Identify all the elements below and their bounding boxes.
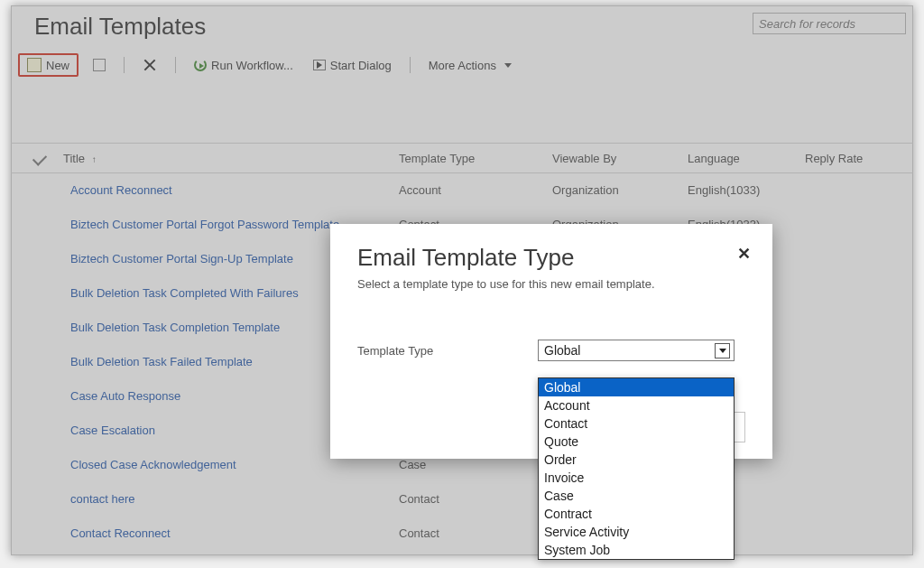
toolbar: New Run Workflow... Start Dialog More Ac… xyxy=(11,49,913,81)
column-title[interactable]: Title ↑ xyxy=(54,152,399,165)
dropdown-option[interactable]: Order xyxy=(539,451,734,469)
row-type: Contact xyxy=(399,526,552,540)
column-title-label: Title xyxy=(63,152,85,165)
column-language[interactable]: Language xyxy=(688,152,805,165)
column-reply-rate[interactable]: Reply Rate xyxy=(805,152,913,165)
dropdown-option[interactable]: Global xyxy=(539,378,734,396)
row-type: Contact xyxy=(399,492,552,506)
more-actions-label: More Actions xyxy=(429,59,496,72)
new-icon xyxy=(27,58,42,72)
row-type: Case xyxy=(399,458,552,471)
run-workflow-button[interactable]: Run Workflow... xyxy=(189,56,299,75)
search-placeholder: Search for records xyxy=(759,17,855,31)
dropdown-option[interactable]: Contact xyxy=(539,414,734,433)
row-title-link[interactable]: contact here xyxy=(54,492,399,506)
close-icon: ✕ xyxy=(737,245,751,263)
dropdown-option[interactable]: System Job xyxy=(539,541,734,559)
new-button[interactable]: New xyxy=(18,53,79,77)
table-row[interactable]: Account ReconnectAccountOrganizationEngl… xyxy=(11,173,913,208)
row-title-link[interactable]: Contact Reconnect xyxy=(54,526,399,540)
sort-asc-icon: ↑ xyxy=(92,154,97,164)
row-title-link[interactable]: Account Reconnect xyxy=(54,183,399,197)
search-input[interactable]: Search for records xyxy=(753,13,906,34)
dropdown-option[interactable]: Invoice xyxy=(539,469,734,487)
dropdown-option[interactable]: Service Activity xyxy=(539,523,734,541)
row-language: English(1033) xyxy=(688,183,805,197)
grid-header: Title ↑ Template Type Viewable By Langua… xyxy=(11,143,913,173)
template-type-label: Template Type xyxy=(357,344,538,358)
separator xyxy=(410,57,411,73)
new-label: New xyxy=(46,59,69,72)
delete-button[interactable] xyxy=(137,55,162,75)
dialog-subtitle: Select a template type to use for this n… xyxy=(357,277,745,291)
dialog-icon xyxy=(313,60,326,70)
chevron-down-icon xyxy=(504,63,512,68)
more-actions-button[interactable]: More Actions xyxy=(423,56,517,75)
template-type-select[interactable]: Global xyxy=(538,340,735,361)
select-dropdown-button[interactable] xyxy=(715,343,730,358)
workflow-icon xyxy=(194,59,207,71)
assign-icon xyxy=(93,59,106,71)
start-dialog-label: Start Dialog xyxy=(330,59,392,72)
separator xyxy=(175,57,176,73)
start-dialog-button[interactable]: Start Dialog xyxy=(308,56,397,75)
row-title-link[interactable]: Closed Case Acknowledgement xyxy=(54,458,399,471)
delete-icon xyxy=(143,58,157,72)
run-workflow-label: Run Workflow... xyxy=(211,59,293,72)
select-value: Global xyxy=(544,343,580,358)
table-row[interactable]: contact hereContacth(1033) xyxy=(11,482,913,517)
select-all-checkbox[interactable] xyxy=(11,154,54,163)
dropdown-option[interactable]: Quote xyxy=(539,433,734,451)
dropdown-option[interactable]: Account xyxy=(539,396,734,414)
row-viewable: Organization xyxy=(552,183,688,197)
table-row[interactable]: Contact ReconnectContacth(1033) xyxy=(11,517,913,551)
dropdown-option[interactable]: Case xyxy=(539,487,734,505)
dialog-title: Email Template Type xyxy=(357,244,745,272)
template-type-dropdown: Global Account Contact Quote Order Invoi… xyxy=(538,377,735,560)
toolbar-secondary-button[interactable] xyxy=(88,56,111,74)
row-type: Account xyxy=(399,183,552,197)
column-viewable-by[interactable]: Viewable By xyxy=(552,152,688,165)
separator xyxy=(124,57,125,73)
page-title: Email Templates xyxy=(34,13,206,41)
column-template-type[interactable]: Template Type xyxy=(399,152,552,165)
dropdown-option[interactable]: Contract xyxy=(539,505,734,523)
chevron-down-icon xyxy=(719,349,726,353)
close-button[interactable]: ✕ xyxy=(737,244,751,264)
